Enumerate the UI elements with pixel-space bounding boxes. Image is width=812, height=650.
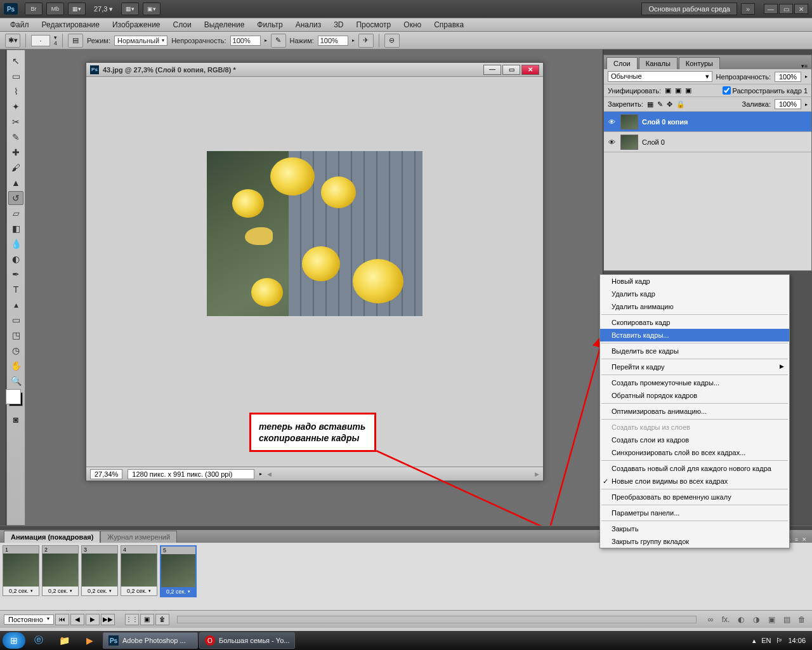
healing-tool-icon[interactable]: ✚ bbox=[8, 145, 23, 159]
mask-icon[interactable]: ◐ bbox=[735, 614, 747, 625]
animation-frame[interactable]: 1 0,2 сек.▾ bbox=[3, 545, 39, 596]
next-frame-button[interactable]: ▶▶ bbox=[101, 614, 115, 625]
menu-filter[interactable]: Фильтр bbox=[252, 19, 287, 30]
arrange-documents-icon[interactable]: ▦▾ bbox=[121, 3, 139, 15]
lock-transparency-icon[interactable]: ▦ bbox=[647, 100, 653, 109]
tab-layers[interactable]: Слои bbox=[606, 57, 638, 69]
shape-tool-icon[interactable]: ▭ bbox=[8, 313, 23, 327]
start-button-icon[interactable]: ⊞ bbox=[3, 632, 25, 649]
pen-tool-icon[interactable]: ✒ bbox=[8, 267, 23, 281]
menu-view[interactable]: Просмотр bbox=[351, 19, 396, 30]
quickmask-icon[interactable]: ◙ bbox=[8, 413, 23, 427]
brush-tool-icon[interactable]: 🖌 bbox=[8, 161, 23, 175]
scrollbar-right-icon[interactable]: ▶ bbox=[535, 471, 539, 477]
doc-maximize-button[interactable]: ▭ bbox=[502, 65, 520, 75]
ctx-new-layer-each-frame[interactable]: Создавать новый слой для каждого нового … bbox=[600, 462, 789, 475]
animation-frame[interactable]: 3 0,2 сек.▾ bbox=[81, 545, 118, 596]
animation-frame[interactable]: 2 0,2 сек.▾ bbox=[42, 545, 79, 596]
menu-layer[interactable]: Слои bbox=[168, 19, 197, 30]
flow-arrow-icon[interactable]: ▸ bbox=[352, 37, 355, 43]
layer-name[interactable]: Слой 0 bbox=[642, 138, 665, 146]
menu-3d[interactable]: 3D bbox=[329, 19, 348, 30]
taskbar-app-opera[interactable]: O Большая семья - Yo... bbox=[199, 632, 295, 649]
ctx-convert-timeline[interactable]: Преобразовать во временную шкалу bbox=[600, 491, 789, 503]
ctx-optimize-animation[interactable]: Оптимизировать анимацию... bbox=[600, 405, 789, 418]
ctx-layers-from-frames[interactable]: Создать слои из кадров bbox=[600, 434, 789, 446]
ctx-paste-frames[interactable]: Вставить кадры... bbox=[600, 329, 789, 342]
doc-close-button[interactable]: ✕ bbox=[521, 65, 539, 75]
blend-mode-dropdown[interactable]: Обычные▾ bbox=[608, 71, 712, 82]
tween-button[interactable]: ⋮⋮ bbox=[125, 614, 139, 625]
frame-delay[interactable]: 0,2 сек.▾ bbox=[121, 587, 157, 595]
ctx-new-frame[interactable]: Новый кадр bbox=[600, 275, 789, 288]
foreground-background-color[interactable] bbox=[9, 392, 23, 406]
dodge-tool-icon[interactable]: ◐ bbox=[8, 252, 23, 266]
unify-visibility-icon[interactable]: ▣ bbox=[675, 86, 681, 95]
layer-item[interactable]: 👁 Слой 0 bbox=[604, 132, 811, 152]
document-canvas[interactable] bbox=[86, 77, 543, 467]
app-maximize-button[interactable]: ▭ bbox=[779, 4, 793, 14]
trash-icon[interactable]: 🗑 bbox=[796, 614, 808, 625]
frame-delay[interactable]: 0,2 сек.▾ bbox=[161, 587, 195, 596]
tab-measurement-log[interactable]: Журнал измерений bbox=[100, 531, 177, 543]
menu-file[interactable]: Файл bbox=[5, 19, 34, 30]
ctx-close[interactable]: Закрыть bbox=[600, 522, 789, 535]
ctx-copy-frame[interactable]: Скопировать кадр bbox=[600, 316, 789, 329]
eyedropper-tool-icon[interactable]: ✎ bbox=[8, 130, 23, 144]
layer-thumbnail[interactable] bbox=[620, 114, 638, 129]
status-arrow-icon[interactable]: ▸ bbox=[259, 471, 262, 477]
panel-menu-icon[interactable]: ▾≡ bbox=[797, 63, 811, 69]
menu-image[interactable]: Изображение bbox=[107, 19, 166, 30]
gradient-tool-icon[interactable]: ◧ bbox=[8, 222, 23, 235]
panel-menu-icon[interactable]: ≡ bbox=[795, 536, 798, 543]
new-frame-button[interactable]: ▣ bbox=[140, 614, 154, 625]
menu-analysis[interactable]: Анализ bbox=[291, 19, 327, 30]
delete-frame-button[interactable]: 🗑 bbox=[155, 614, 169, 625]
opacity-pressure-icon[interactable]: ✎ bbox=[271, 34, 286, 48]
minibridge-icon[interactable]: Mb bbox=[46, 3, 64, 15]
wmp-icon[interactable]: ▶ bbox=[77, 632, 102, 649]
unify-style-icon[interactable]: ▣ bbox=[685, 86, 691, 95]
3d-camera-tool-icon[interactable]: ◷ bbox=[8, 343, 23, 357]
marquee-tool-icon[interactable]: ▭ bbox=[8, 69, 23, 83]
tablet-pressure-icon[interactable]: ⊖ bbox=[384, 34, 400, 48]
taskbar-app-photoshop[interactable]: Ps Adobe Photoshop ... bbox=[103, 632, 198, 649]
blend-mode-select[interactable]: Нормальный▾ bbox=[114, 36, 167, 46]
layer-item[interactable]: 👁 Слой 0 копия bbox=[604, 112, 811, 132]
app-minimize-button[interactable]: — bbox=[764, 4, 778, 14]
clock[interactable]: 14:06 bbox=[788, 637, 806, 644]
tab-channels[interactable]: Каналы bbox=[639, 57, 678, 69]
app-close-button[interactable]: ✕ bbox=[794, 4, 808, 14]
animation-frame[interactable]: 5 0,2 сек.▾ bbox=[160, 545, 197, 597]
wand-tool-icon[interactable]: ✦ bbox=[8, 100, 23, 114]
unify-position-icon[interactable]: ▣ bbox=[665, 86, 671, 95]
tray-flag-icon[interactable]: 🏳 bbox=[776, 637, 783, 644]
zoom-tool-icon[interactable]: 🔍 bbox=[8, 374, 23, 388]
animation-frame[interactable]: 4 0,2 сек.▾ bbox=[121, 545, 157, 596]
blur-tool-icon[interactable]: 💧 bbox=[8, 237, 23, 251]
3d-tool-icon[interactable]: ◳ bbox=[8, 328, 23, 342]
propagate-frame-checkbox[interactable] bbox=[723, 86, 731, 95]
lock-all-icon[interactable]: 🔒 bbox=[676, 100, 685, 109]
ctx-panel-options[interactable]: Параметры панели... bbox=[600, 507, 789, 519]
doc-minimize-button[interactable]: — bbox=[483, 65, 501, 75]
document-titlebar[interactable]: Ps 43.jpg @ 27,3% (Слой 0 копия, RGB/8) … bbox=[86, 63, 543, 77]
adjustment-icon[interactable]: ◑ bbox=[750, 614, 763, 625]
language-indicator[interactable]: EN bbox=[761, 637, 771, 644]
prev-frame-button[interactable]: ◀ bbox=[70, 614, 84, 625]
bridge-icon[interactable]: Br bbox=[25, 3, 43, 15]
opacity-slider-icon[interactable]: ▸ bbox=[805, 74, 808, 79]
layer-name[interactable]: Слой 0 копия bbox=[642, 118, 688, 126]
airbrush-icon[interactable]: ✈ bbox=[358, 34, 374, 48]
menu-edit[interactable]: Редактирование bbox=[37, 19, 105, 30]
ctx-sync-layer[interactable]: Синхронизировать слой во всех кадрах... bbox=[600, 446, 789, 459]
hand-tool-icon[interactable]: ✋ bbox=[8, 359, 23, 373]
link-icon[interactable]: ∞ bbox=[704, 614, 717, 625]
opacity-input[interactable]: 100% bbox=[230, 36, 261, 46]
new-icon[interactable]: ▤ bbox=[780, 614, 793, 625]
opacity-arrow-icon[interactable]: ▸ bbox=[265, 37, 267, 43]
status-info[interactable]: 1280 пикс. x 991 пикс. (300 ppi) bbox=[128, 469, 254, 479]
loop-dropdown[interactable]: Постоянно▾ bbox=[4, 614, 54, 625]
ctx-delete-frame[interactable]: Удалить кадр bbox=[600, 288, 789, 300]
lasso-tool-icon[interactable]: ⌇ bbox=[8, 84, 23, 98]
